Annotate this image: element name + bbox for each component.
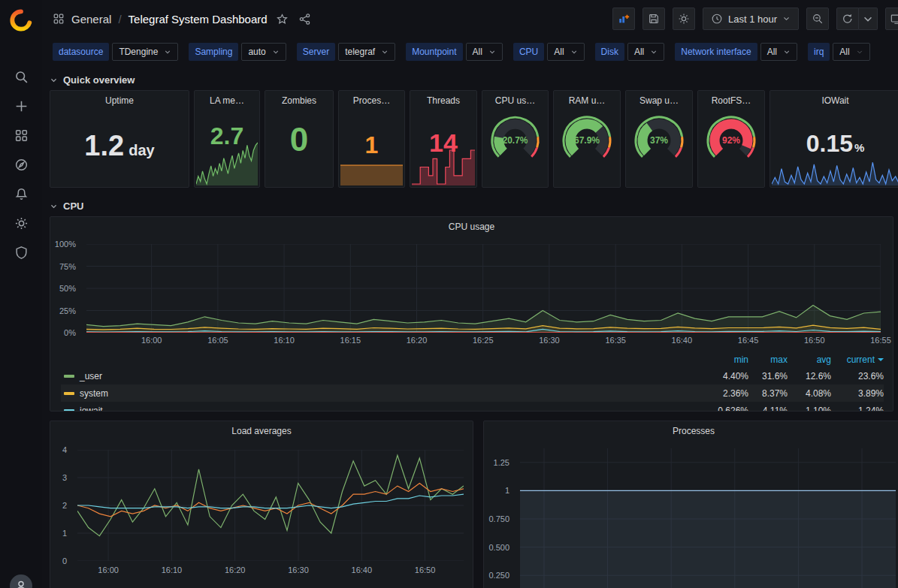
sidebar-item-dashboards[interactable] [6, 123, 36, 147]
dashboard-header: General / Telegraf System Dashboard [42, 0, 898, 38]
sidebar-item-alerting[interactable] [6, 182, 36, 206]
grafana-logo[interactable] [8, 8, 34, 33]
load-averages-plot[interactable] [77, 450, 464, 561]
variable-label: Server [297, 43, 335, 61]
panel-title[interactable]: LA me… [195, 91, 259, 110]
legend-row-_user[interactable]: _user4.40%31.6%12.6%23.6% [61, 367, 884, 384]
row-title: Quick overview [63, 74, 135, 86]
iowait-value: 0.15% [770, 130, 898, 158]
add-panel-button[interactable] [612, 8, 635, 30]
variable-disk-value[interactable]: All [627, 43, 664, 61]
legend-row-iowait[interactable]: iowait0.626%4.11%1.10%1.24% [61, 402, 884, 412]
sidebar-item-explore[interactable] [6, 152, 36, 176]
refresh-interval-dropdown[interactable] [859, 8, 878, 30]
legend-col-avg[interactable]: avg [788, 354, 831, 365]
x-axis-tick: 16:35 [605, 336, 626, 345]
panel-title[interactable]: Processes [484, 421, 898, 441]
panel-ram-usage-gauge: RAM u… 67.9% [553, 90, 621, 188]
panel-title[interactable]: Proces… [339, 91, 404, 110]
variable-sampling-value[interactable]: auto [241, 43, 286, 61]
variable-datasource-value[interactable]: TDengine [112, 43, 178, 61]
search-icon [14, 70, 29, 84]
time-range-picker[interactable]: Last 1 hour [703, 8, 799, 30]
legend-value: 31.6% [748, 371, 788, 381]
series-name: _user [80, 371, 102, 381]
panel-title[interactable]: Load averages [50, 421, 473, 441]
cpu-usage-plot[interactable] [86, 244, 881, 333]
processes-plot[interactable] [520, 448, 896, 588]
sidebar-item-configuration[interactable] [6, 211, 36, 235]
sidebar-item-search[interactable] [6, 65, 36, 89]
share-dashboard-button[interactable] [297, 11, 313, 27]
save-dashboard-button[interactable] [643, 8, 665, 30]
chevron-down-icon [862, 13, 874, 25]
save-icon [648, 13, 660, 25]
row-title: CPU [63, 201, 83, 212]
row-cpu[interactable]: CPU [50, 195, 898, 216]
clock-icon [711, 13, 723, 25]
zoom-out-icon [812, 13, 824, 25]
breadcrumb-folder[interactable]: General [71, 13, 111, 26]
panel-rootfs-gauge: RootFS… 92% [697, 90, 765, 188]
zoom-out-time-button[interactable] [806, 8, 829, 30]
variable-label: datasource [53, 43, 109, 61]
legend-col-min[interactable]: min [705, 354, 748, 365]
y-axis: 0.2500.5000.75011.25 [484, 448, 516, 588]
panel-load-averages: Load averages 01234 16:0016:1016:2016:30… [50, 421, 473, 588]
tv-monitor-icon [890, 13, 898, 25]
gear-icon [678, 13, 690, 25]
legend-value: 4.08% [788, 388, 831, 399]
grafana-logo-icon [8, 8, 34, 33]
variable-network-interface: Network interface All [675, 43, 797, 61]
panel-title[interactable]: Swap u… [626, 91, 692, 110]
y-axis-tick: 2 [62, 501, 67, 510]
x-axis-tick: 16:45 [738, 336, 759, 345]
legend-col-max[interactable]: max [748, 354, 788, 365]
panel-title[interactable]: Zombies [265, 91, 333, 110]
panel-title[interactable]: IOWait [770, 91, 898, 110]
panel-threads: Threads 14 [410, 90, 477, 188]
dashboard-settings-button[interactable] [673, 8, 695, 30]
panel-processes-chart: Processes 0.2500.5000.75011.25 [483, 421, 898, 588]
row-quick-overview[interactable]: Quick overview [50, 69, 898, 90]
gear-icon [14, 216, 29, 231]
y-axis: 0%25%50%75%100% [50, 244, 82, 333]
variable-irq-value[interactable]: All [833, 43, 869, 61]
panel-title[interactable]: RAM u… [554, 91, 620, 110]
ram-usage-gauge[interactable]: 67.9% [554, 112, 620, 166]
panel-title[interactable]: Threads [410, 91, 476, 110]
legend-col-current[interactable]: current [831, 354, 884, 365]
legend-row-system[interactable]: system2.36%8.37%4.08%3.89% [61, 384, 884, 402]
variable-network-interface-value[interactable]: All [760, 43, 797, 61]
variable-sampling: Sampling auto [189, 43, 286, 61]
user-avatar[interactable] [10, 574, 32, 588]
swap-usage-gauge[interactable]: 37% [626, 112, 692, 166]
page-title[interactable]: Telegraf System Dashboard [129, 13, 268, 26]
refresh-icon [842, 13, 854, 25]
cpu-usage-gauge[interactable]: 20.7% [482, 112, 548, 166]
panel-title[interactable]: RootFS… [698, 91, 764, 110]
variable-mountpoint-value[interactable]: All [466, 43, 503, 61]
x-axis-tick: 16:10 [274, 336, 295, 345]
x-axis-tick: 16:15 [340, 336, 361, 345]
threads-value: 14 [410, 128, 476, 158]
variable-server-value[interactable]: telegraf [338, 43, 395, 61]
cycle-view-button[interactable] [885, 8, 898, 30]
panel-title[interactable]: Uptime [50, 91, 189, 110]
star-dashboard-button[interactable] [274, 11, 290, 27]
y-axis-tick: 0.750 [488, 514, 509, 523]
series-name: system [80, 388, 108, 399]
variable-label: CPU [513, 43, 544, 61]
x-axis-tick: 16:05 [207, 336, 228, 345]
legend-value: 4.40% [705, 371, 748, 381]
chart-legend: min max avg current _user4.40%31.6%12.6%… [61, 352, 884, 412]
rootfs-gauge[interactable]: 92% [698, 112, 764, 166]
sidebar-item-create[interactable] [6, 94, 36, 118]
panel-title[interactable]: CPU us… [482, 91, 548, 110]
variable-irq: irq All [808, 43, 870, 61]
panel-title[interactable]: CPU usage [50, 217, 893, 237]
refresh-button[interactable] [836, 8, 859, 30]
variable-cpu-value[interactable]: All [547, 43, 584, 61]
variable-value: All [634, 47, 644, 57]
sidebar-item-server-admin[interactable] [6, 240, 36, 264]
